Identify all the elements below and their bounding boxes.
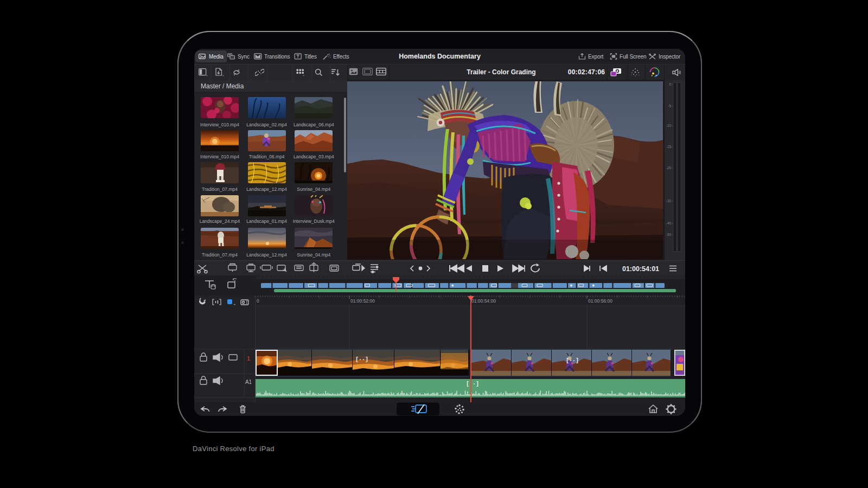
svg-text:-15: -15: [666, 145, 672, 149]
svg-text:-10: -10: [666, 124, 672, 127]
svg-text:1: 1: [247, 356, 250, 362]
svg-text:-50: -50: [666, 233, 672, 236]
svg-text:-20: -20: [666, 166, 672, 170]
svg-text:01:00:52:00: 01:00:52:00: [350, 298, 375, 304]
svg-text:0: 0: [669, 82, 671, 86]
svg-text:-40: -40: [666, 221, 672, 225]
svg-text:01:00:56:00: 01:00:56:00: [588, 298, 612, 304]
svg-text:A1: A1: [245, 379, 252, 385]
svg-text:-30: -30: [666, 199, 672, 203]
svg-text:-5: -5: [668, 104, 671, 108]
svg-text:01:00:54:00: 01:00:54:00: [471, 298, 496, 304]
svg-text:[··]: [··]: [566, 358, 579, 364]
svg-text:[··]: [··]: [355, 357, 368, 363]
svg-text:[··]: [··]: [466, 381, 479, 387]
svg-text:0: 0: [257, 298, 259, 304]
svg-text:01:00:54:01: 01:00:54:01: [622, 265, 659, 273]
